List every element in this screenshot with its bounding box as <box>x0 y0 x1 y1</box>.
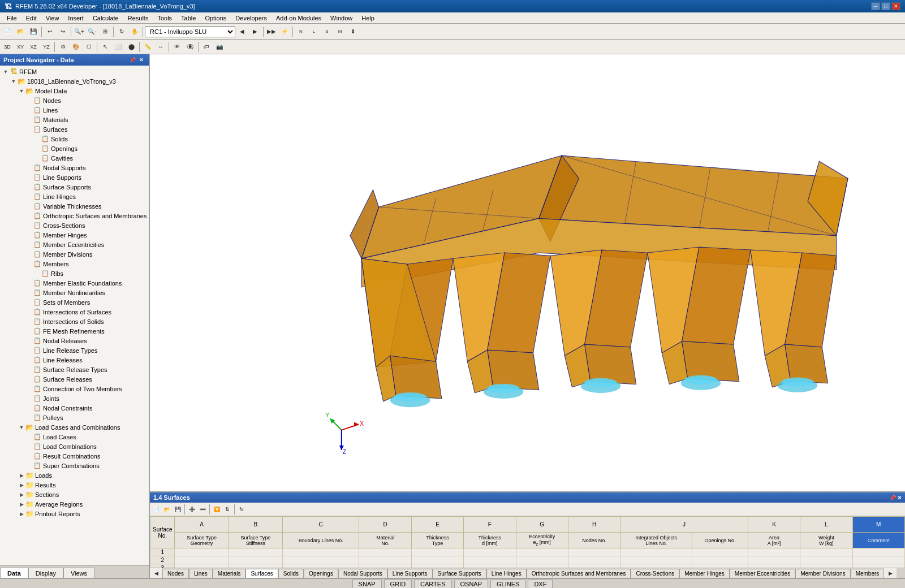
annotation-btn[interactable]: 🏷 <box>200 41 213 53</box>
view-xy-btn[interactable]: XY <box>14 41 27 53</box>
hide-btn[interactable]: 👁 <box>171 41 183 53</box>
cell-1-9[interactable] <box>692 548 748 556</box>
cell-2-0[interactable] <box>175 556 229 564</box>
cell-2-2[interactable] <box>282 556 359 564</box>
tree-item-orthotropic-surfaces[interactable]: ▶📋Orthotropic Surfaces and Membranes <box>0 211 149 220</box>
panel-pin-btn[interactable]: 📌 <box>128 56 136 64</box>
tree-item-member-divisions[interactable]: ▶📋Member Divisions <box>0 249 149 259</box>
expand-icon-rfem[interactable]: ▼ <box>2 68 9 75</box>
tab-data[interactable]: Data <box>0 568 28 578</box>
expand-icon-sections[interactable]: ▶ <box>18 491 25 498</box>
cell-2-11[interactable] <box>800 556 852 564</box>
tree-item-joints[interactable]: ▶📋Joints <box>0 394 149 403</box>
tree-item-nodal-supports[interactable]: ▶📋Nodal Supports <box>0 163 149 172</box>
cell-1-11[interactable] <box>800 548 852 556</box>
tree-item-line-releases[interactable]: ▶📋Line Releases <box>0 355 149 365</box>
menu-item-help[interactable]: Help <box>357 14 379 23</box>
line-btn[interactable]: L <box>308 25 320 38</box>
tree-item-load-cases-sub[interactable]: ▶📋Load Cases <box>0 432 149 442</box>
tree-item-line-release-types[interactable]: ▶📋Line Release Types <box>0 345 149 355</box>
bottom-tab-surface-supports[interactable]: Surface Supports <box>433 569 486 578</box>
cell-1-7[interactable] <box>568 548 620 556</box>
tree-item-nodes[interactable]: ▶📋Nodes <box>0 96 149 105</box>
menu-item-calculate[interactable]: Calculate <box>88 14 123 23</box>
tree-item-surfaces[interactable]: ▶📋Surfaces <box>0 124 149 134</box>
tree-item-members[interactable]: ▶📋Members <box>0 259 149 269</box>
cell-1-3[interactable] <box>359 548 411 556</box>
cell-2-10[interactable] <box>748 556 800 564</box>
status-btn-dxf[interactable]: DXF <box>528 580 553 588</box>
status-btn-cartes[interactable]: CARTES <box>414 580 451 588</box>
tree-item-load-combinations[interactable]: ▶📋Load Combinations <box>0 442 149 451</box>
load-btn[interactable]: ⬇ <box>347 25 359 38</box>
prev-btn[interactable]: ◀ <box>236 25 248 38</box>
open-btn[interactable]: 📂 <box>14 25 27 38</box>
tree-container[interactable]: ▼🏗RFEM▼📂18018_LaBiennale_VoTrong_v3▼📂Mod… <box>0 66 149 565</box>
tree-item-surface-releases[interactable]: ▶📋Surface Releases <box>0 374 149 384</box>
bottom-tab-surfaces[interactable]: Surfaces <box>245 569 278 578</box>
data-table-wrap[interactable]: SurfaceNo. A B C D E F G H J K L <box>150 516 905 568</box>
menu-item-results[interactable]: Results <box>123 14 153 23</box>
view-yz-btn[interactable]: YZ <box>40 41 53 53</box>
cell-2-4[interactable] <box>411 556 463 564</box>
bottom-tab-line-hinges[interactable]: Line Hinges <box>486 569 527 578</box>
member-btn[interactable]: M <box>334 25 346 38</box>
bottom-tab-cross-sections[interactable]: Cross-Sections <box>631 569 679 578</box>
node-btn[interactable]: N <box>295 25 307 38</box>
menu-item-file[interactable]: File <box>2 14 21 23</box>
tree-item-member-hinges[interactable]: ▶📋Member Hinges <box>0 230 149 240</box>
save-btn[interactable]: 💾 <box>27 25 40 38</box>
dt-formula[interactable]: fx <box>236 504 247 514</box>
bottom-tab-openings[interactable]: Openings <box>304 569 338 578</box>
view-xz-btn[interactable]: XZ <box>27 41 40 53</box>
dt-filter[interactable]: 🔽 <box>212 504 222 514</box>
tab-display[interactable]: Display <box>28 568 63 578</box>
tree-item-intersections-of-solids[interactable]: ▶📋Intersections of Solids <box>0 317 149 326</box>
dt-open[interactable]: 📂 <box>162 504 172 514</box>
expand-icon-project[interactable]: ▼ <box>10 78 17 85</box>
expand-icon-load-cases[interactable]: ▼ <box>18 424 25 431</box>
cell-2-8[interactable] <box>620 556 692 564</box>
new-btn[interactable]: 📄 <box>1 25 14 38</box>
menu-item-options[interactable]: Options <box>200 14 231 23</box>
expand-icon-results[interactable]: ▶ <box>18 482 25 488</box>
tree-item-super-combinations[interactable]: ▶📋Super Combinations <box>0 461 149 470</box>
tree-item-connection-of-two-members[interactable]: ▶📋Connection of Two Members <box>0 384 149 394</box>
tree-item-printout-reports[interactable]: ▶📁Printout Reports <box>0 509 149 518</box>
undo-btn[interactable]: ↩ <box>44 25 56 38</box>
bottom-tab-member-divisions[interactable]: Member Divisions <box>795 569 850 578</box>
bottom-tab-members[interactable]: Members <box>851 569 885 578</box>
tree-item-materials[interactable]: ▶📋Materials <box>0 115 149 124</box>
cell-1-4[interactable] <box>411 548 463 556</box>
select-btn[interactable]: ↖ <box>99 41 111 53</box>
tree-item-surface-release-types[interactable]: ▶📋Surface Release Types <box>0 365 149 374</box>
bottom-tab-solids[interactable]: Solids <box>278 569 304 578</box>
tree-item-openings[interactable]: ▶📋Openings <box>0 144 149 153</box>
bottom-tab-member-eccentricities[interactable]: Member Eccentricities <box>730 569 795 578</box>
menu-item-tools[interactable]: Tools <box>153 14 176 23</box>
tree-item-rfem[interactable]: ▼🏗RFEM <box>0 67 149 76</box>
measure-btn[interactable]: 📏 <box>141 41 154 53</box>
cell-1-6[interactable] <box>516 548 568 556</box>
cell-2-9[interactable] <box>692 556 748 564</box>
dimension-btn[interactable]: ↔ <box>154 41 167 53</box>
bottom-tabs-right-arrow[interactable]: ▶ <box>884 568 897 578</box>
bottom-tab-orthotropic-surfaces-and-membranes[interactable]: Orthotropic Surfaces and Membranes <box>527 569 631 578</box>
select-rect-btn[interactable]: ⬜ <box>112 41 124 53</box>
minimize-button[interactable]: ─ <box>871 2 880 10</box>
tree-item-result-combinations[interactable]: ▶📋Result Combinations <box>0 451 149 461</box>
menu-item-add-on-modules[interactable]: Add-on Modules <box>272 14 326 23</box>
zoom-out-btn[interactable]: 🔍- <box>86 25 98 38</box>
cell-2-1[interactable] <box>229 556 282 564</box>
panel-close-btn[interactable]: ✕ <box>137 56 145 64</box>
table-row-2[interactable]: 2 <box>150 556 905 564</box>
tree-item-cross-sections[interactable]: ▶📋Cross-Sections <box>0 220 149 230</box>
bottom-tab-nodes[interactable]: Nodes <box>162 569 189 578</box>
tree-item-model-data[interactable]: ▼📂Model Data <box>0 86 149 96</box>
display-settings-btn[interactable]: ⚙ <box>57 41 69 53</box>
tree-item-line-hinges[interactable]: ▶📋Line Hinges <box>0 192 149 201</box>
tree-item-loads[interactable]: ▶📁Loads <box>0 470 149 480</box>
tree-item-variable-thicknesses[interactable]: ▶📋Variable Thicknesses <box>0 201 149 211</box>
zoom-in-btn[interactable]: 🔍+ <box>73 25 85 38</box>
cell-1-5[interactable] <box>464 548 516 556</box>
